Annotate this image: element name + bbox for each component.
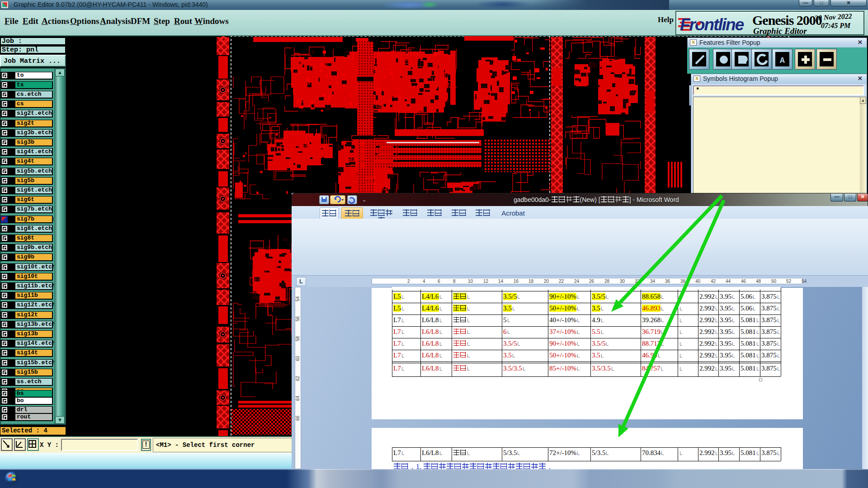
svg-text:A: A [780, 56, 785, 65]
